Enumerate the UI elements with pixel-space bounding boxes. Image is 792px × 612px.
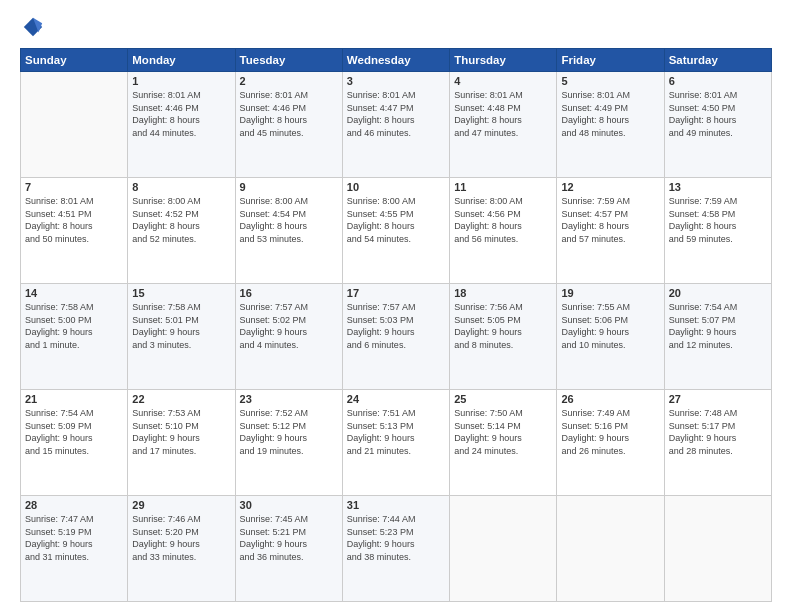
day-info: Sunrise: 7:46 AM Sunset: 5:20 PM Dayligh…: [132, 513, 230, 563]
header: [20, 16, 772, 38]
calendar-day-cell: [557, 496, 664, 602]
day-of-week-header: Monday: [128, 49, 235, 72]
calendar-day-cell: 28Sunrise: 7:47 AM Sunset: 5:19 PM Dayli…: [21, 496, 128, 602]
calendar-day-cell: 3Sunrise: 8:01 AM Sunset: 4:47 PM Daylig…: [342, 72, 449, 178]
calendar-day-cell: 18Sunrise: 7:56 AM Sunset: 5:05 PM Dayli…: [450, 284, 557, 390]
day-number: 5: [561, 75, 659, 87]
calendar-day-cell: 5Sunrise: 8:01 AM Sunset: 4:49 PM Daylig…: [557, 72, 664, 178]
calendar-day-cell: 14Sunrise: 7:58 AM Sunset: 5:00 PM Dayli…: [21, 284, 128, 390]
generalblue-logo-icon: [22, 16, 44, 38]
calendar-day-cell: [21, 72, 128, 178]
calendar-header-row: SundayMondayTuesdayWednesdayThursdayFrid…: [21, 49, 772, 72]
day-number: 19: [561, 287, 659, 299]
day-number: 22: [132, 393, 230, 405]
day-number: 27: [669, 393, 767, 405]
day-info: Sunrise: 8:00 AM Sunset: 4:54 PM Dayligh…: [240, 195, 338, 245]
day-info: Sunrise: 8:01 AM Sunset: 4:48 PM Dayligh…: [454, 89, 552, 139]
calendar-day-cell: 24Sunrise: 7:51 AM Sunset: 5:13 PM Dayli…: [342, 390, 449, 496]
day-number: 11: [454, 181, 552, 193]
calendar-day-cell: 8Sunrise: 8:00 AM Sunset: 4:52 PM Daylig…: [128, 178, 235, 284]
calendar-day-cell: [664, 496, 771, 602]
day-number: 30: [240, 499, 338, 511]
calendar-day-cell: 29Sunrise: 7:46 AM Sunset: 5:20 PM Dayli…: [128, 496, 235, 602]
day-info: Sunrise: 7:56 AM Sunset: 5:05 PM Dayligh…: [454, 301, 552, 351]
day-of-week-header: Thursday: [450, 49, 557, 72]
calendar-day-cell: 25Sunrise: 7:50 AM Sunset: 5:14 PM Dayli…: [450, 390, 557, 496]
calendar-day-cell: 17Sunrise: 7:57 AM Sunset: 5:03 PM Dayli…: [342, 284, 449, 390]
day-number: 4: [454, 75, 552, 87]
calendar-week-row: 14Sunrise: 7:58 AM Sunset: 5:00 PM Dayli…: [21, 284, 772, 390]
day-number: 3: [347, 75, 445, 87]
day-number: 24: [347, 393, 445, 405]
day-number: 6: [669, 75, 767, 87]
day-info: Sunrise: 7:44 AM Sunset: 5:23 PM Dayligh…: [347, 513, 445, 563]
day-number: 31: [347, 499, 445, 511]
calendar-week-row: 7Sunrise: 8:01 AM Sunset: 4:51 PM Daylig…: [21, 178, 772, 284]
calendar-day-cell: 26Sunrise: 7:49 AM Sunset: 5:16 PM Dayli…: [557, 390, 664, 496]
day-number: 26: [561, 393, 659, 405]
page: SundayMondayTuesdayWednesdayThursdayFrid…: [0, 0, 792, 612]
day-number: 29: [132, 499, 230, 511]
day-info: Sunrise: 7:48 AM Sunset: 5:17 PM Dayligh…: [669, 407, 767, 457]
calendar-day-cell: 4Sunrise: 8:01 AM Sunset: 4:48 PM Daylig…: [450, 72, 557, 178]
day-info: Sunrise: 8:00 AM Sunset: 4:55 PM Dayligh…: [347, 195, 445, 245]
day-info: Sunrise: 7:52 AM Sunset: 5:12 PM Dayligh…: [240, 407, 338, 457]
calendar-day-cell: 27Sunrise: 7:48 AM Sunset: 5:17 PM Dayli…: [664, 390, 771, 496]
day-number: 8: [132, 181, 230, 193]
day-of-week-header: Tuesday: [235, 49, 342, 72]
calendar-day-cell: 15Sunrise: 7:58 AM Sunset: 5:01 PM Dayli…: [128, 284, 235, 390]
day-info: Sunrise: 7:59 AM Sunset: 4:58 PM Dayligh…: [669, 195, 767, 245]
day-number: 9: [240, 181, 338, 193]
day-info: Sunrise: 7:55 AM Sunset: 5:06 PM Dayligh…: [561, 301, 659, 351]
day-info: Sunrise: 7:54 AM Sunset: 5:07 PM Dayligh…: [669, 301, 767, 351]
day-info: Sunrise: 8:01 AM Sunset: 4:46 PM Dayligh…: [132, 89, 230, 139]
day-number: 18: [454, 287, 552, 299]
day-info: Sunrise: 7:53 AM Sunset: 5:10 PM Dayligh…: [132, 407, 230, 457]
day-number: 23: [240, 393, 338, 405]
day-of-week-header: Sunday: [21, 49, 128, 72]
day-number: 13: [669, 181, 767, 193]
day-info: Sunrise: 8:01 AM Sunset: 4:46 PM Dayligh…: [240, 89, 338, 139]
day-number: 16: [240, 287, 338, 299]
day-info: Sunrise: 7:47 AM Sunset: 5:19 PM Dayligh…: [25, 513, 123, 563]
day-info: Sunrise: 7:45 AM Sunset: 5:21 PM Dayligh…: [240, 513, 338, 563]
calendar-week-row: 1Sunrise: 8:01 AM Sunset: 4:46 PM Daylig…: [21, 72, 772, 178]
day-info: Sunrise: 7:58 AM Sunset: 5:00 PM Dayligh…: [25, 301, 123, 351]
calendar-day-cell: 19Sunrise: 7:55 AM Sunset: 5:06 PM Dayli…: [557, 284, 664, 390]
calendar-day-cell: 10Sunrise: 8:00 AM Sunset: 4:55 PM Dayli…: [342, 178, 449, 284]
calendar-table: SundayMondayTuesdayWednesdayThursdayFrid…: [20, 48, 772, 602]
day-info: Sunrise: 8:01 AM Sunset: 4:50 PM Dayligh…: [669, 89, 767, 139]
calendar-day-cell: 7Sunrise: 8:01 AM Sunset: 4:51 PM Daylig…: [21, 178, 128, 284]
calendar-day-cell: 9Sunrise: 8:00 AM Sunset: 4:54 PM Daylig…: [235, 178, 342, 284]
calendar-day-cell: 11Sunrise: 8:00 AM Sunset: 4:56 PM Dayli…: [450, 178, 557, 284]
day-number: 10: [347, 181, 445, 193]
day-number: 12: [561, 181, 659, 193]
day-info: Sunrise: 7:51 AM Sunset: 5:13 PM Dayligh…: [347, 407, 445, 457]
day-number: 1: [132, 75, 230, 87]
day-number: 17: [347, 287, 445, 299]
day-number: 2: [240, 75, 338, 87]
day-number: 15: [132, 287, 230, 299]
calendar-day-cell: 1Sunrise: 8:01 AM Sunset: 4:46 PM Daylig…: [128, 72, 235, 178]
day-number: 14: [25, 287, 123, 299]
calendar-day-cell: 30Sunrise: 7:45 AM Sunset: 5:21 PM Dayli…: [235, 496, 342, 602]
day-info: Sunrise: 8:01 AM Sunset: 4:49 PM Dayligh…: [561, 89, 659, 139]
day-number: 7: [25, 181, 123, 193]
day-info: Sunrise: 7:59 AM Sunset: 4:57 PM Dayligh…: [561, 195, 659, 245]
calendar-day-cell: 22Sunrise: 7:53 AM Sunset: 5:10 PM Dayli…: [128, 390, 235, 496]
day-number: 25: [454, 393, 552, 405]
day-info: Sunrise: 8:01 AM Sunset: 4:47 PM Dayligh…: [347, 89, 445, 139]
day-info: Sunrise: 8:01 AM Sunset: 4:51 PM Dayligh…: [25, 195, 123, 245]
day-of-week-header: Friday: [557, 49, 664, 72]
day-of-week-header: Wednesday: [342, 49, 449, 72]
day-of-week-header: Saturday: [664, 49, 771, 72]
calendar-day-cell: 6Sunrise: 8:01 AM Sunset: 4:50 PM Daylig…: [664, 72, 771, 178]
calendar-day-cell: 2Sunrise: 8:01 AM Sunset: 4:46 PM Daylig…: [235, 72, 342, 178]
day-number: 28: [25, 499, 123, 511]
calendar-day-cell: 12Sunrise: 7:59 AM Sunset: 4:57 PM Dayli…: [557, 178, 664, 284]
calendar-day-cell: 13Sunrise: 7:59 AM Sunset: 4:58 PM Dayli…: [664, 178, 771, 284]
day-info: Sunrise: 7:54 AM Sunset: 5:09 PM Dayligh…: [25, 407, 123, 457]
day-info: Sunrise: 7:49 AM Sunset: 5:16 PM Dayligh…: [561, 407, 659, 457]
calendar-day-cell: 31Sunrise: 7:44 AM Sunset: 5:23 PM Dayli…: [342, 496, 449, 602]
day-number: 21: [25, 393, 123, 405]
